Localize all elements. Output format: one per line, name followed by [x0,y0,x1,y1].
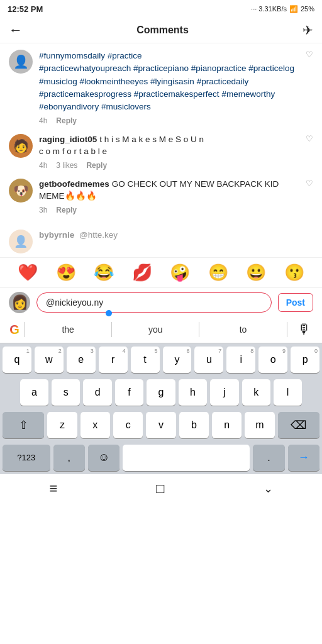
period-key[interactable]: . [253,445,284,471]
keyboard-suggestions: G the you to 🎙 [0,317,322,343]
suggestion-you[interactable]: you [112,325,199,335]
avatar: 🧑 [9,134,33,158]
comment-username: raging_idiot05 [39,135,97,144]
suggestion-the[interactable]: the [25,325,111,335]
comment-partial-text: @htte.key [79,230,118,240]
comments-area: 👤 #funnymomsdaily #practice #practicewha… [0,43,322,230]
key-x[interactable]: x [80,412,110,438]
emoji-bar: ❤️ 😍 😂 💋 🤪 😁 😀 😗 [0,257,322,287]
key-c[interactable]: c [113,412,143,438]
key-u[interactable]: u7 [194,347,223,373]
like-icon[interactable]: ♡ [306,50,313,59]
key-a[interactable]: a [20,379,48,406]
key-s[interactable]: s [52,379,80,406]
signal-icon: 📶 [289,5,298,13]
comment-meta: 4h 3 likes Reply [39,161,299,170]
delete-key[interactable]: ⌫ [278,412,319,438]
google-button[interactable]: G [5,320,24,339]
space-key[interactable] [123,445,250,471]
key-j[interactable]: j [210,379,238,406]
key-v[interactable]: v [146,412,175,438]
reply-button[interactable]: Reply [56,206,77,214]
comment-username: bybyrnie [39,230,74,240]
emoji-heart[interactable]: ❤️ [18,263,38,282]
key-k[interactable]: k [242,379,270,406]
reply-button[interactable]: Reply [86,161,107,170]
key-i[interactable]: i8 [226,347,255,373]
nav-back-icon[interactable]: ⌄ [264,482,273,496]
cursor-indicator [106,310,112,316]
comment-input[interactable] [36,292,272,313]
comment-content: getboofedmemesGO CHECK OUT MY NEW BACKPA… [39,179,299,214]
page-title: Comments [136,25,189,36]
nav-home-icon[interactable]: □ [156,480,164,497]
comment-meta: 3h Reply [39,206,299,214]
comma-key[interactable]: , [53,445,85,471]
avatar: 👤 [9,50,33,74]
avatar: 👤 [9,230,33,253]
google-icon: G [9,323,19,337]
key-z[interactable]: z [47,412,77,438]
like-icon[interactable]: ♡ [306,134,313,143]
reply-button[interactable]: Reply [56,116,77,125]
comment-row: 🐶 getboofedmemesGO CHECK OUT MY NEW BACK… [9,179,313,214]
key-y[interactable]: y6 [163,347,192,373]
shift-key[interactable]: ⇧ [3,412,44,438]
emoji-key[interactable]: ☺ [88,445,119,471]
hashtag-first-line: #funnymomsdaily #practice [39,51,142,60]
suggestion-to[interactable]: to [199,325,286,335]
comment-time: 3h [39,206,47,214]
enter-key[interactable]: → [288,445,319,471]
emoji-grin[interactable]: 😁 [208,263,228,282]
key-q[interactable]: q1 [3,347,31,373]
battery-level: 25% [301,5,314,13]
symbols-key[interactable]: ?123 [3,445,50,471]
comment-content: bybyrnie @htte.key [39,230,313,242]
key-m[interactable]: m [245,412,274,438]
emoji-lips[interactable]: 💋 [132,263,152,282]
keyboard-row-2: a s d f g h j k l [0,376,322,409]
key-l[interactable]: l [274,379,302,406]
status-time: 12:52 PM [8,4,43,14]
keyboard-row-3: ⇧ z x c v b n m ⌫ [0,409,322,441]
post-button[interactable]: Post [278,293,313,312]
key-g[interactable]: g [147,379,175,406]
hashtag-text-body: #practicewhatyoupreach #practicepiano #p… [39,64,294,111]
status-right: ··· 3.31KB/s 📶 25% [251,5,314,13]
comment-text: bybyrnie @htte.key [39,230,313,242]
comment-meta: 4h Reply [39,116,299,125]
key-n[interactable]: n [212,412,242,438]
key-o[interactable]: o9 [258,347,287,373]
key-f[interactable]: f [115,379,143,406]
key-d[interactable]: d [83,379,111,406]
comment-row: 👤 #funnymomsdaily #practice #practicewha… [9,50,313,125]
key-w[interactable]: w2 [35,347,64,373]
keyboard-row-4: ?123 , ☺ . → [0,441,322,474]
emoji-smile[interactable]: 😀 [246,263,266,282]
back-button[interactable]: ← [9,23,23,37]
emoji-laugh[interactable]: 😂 [94,263,114,282]
emoji-kiss[interactable]: 😗 [284,263,304,282]
key-e[interactable]: e3 [67,347,96,373]
comment-content: raging_idiot05t h i s M a k e s M e S o … [39,134,299,170]
key-h[interactable]: h [179,379,207,406]
comment-text: getboofedmemesGO CHECK OUT MY NEW BACKPA… [39,179,299,203]
key-p[interactable]: p0 [291,347,319,373]
emoji-heart-eyes[interactable]: 😍 [56,263,76,282]
keyboard-row-1: q1 w2 e3 r4 t5 y6 u7 i8 o9 p0 [0,343,322,376]
nav-menu-icon[interactable]: ≡ [49,480,57,497]
comment-time: 4h [39,161,47,170]
like-icon[interactable]: ♡ [306,179,313,188]
user-avatar: 👩 [9,292,30,313]
key-t[interactable]: t5 [131,347,160,373]
key-b[interactable]: b [179,412,209,438]
comment-text: #funnymomsdaily #practice #practicewhaty… [39,50,299,113]
send-icon[interactable]: ✈ [303,23,313,38]
key-r[interactable]: r4 [99,347,128,373]
comment-content: #funnymomsdaily #practice #practicewhaty… [39,50,299,125]
bottom-nav: ≡ □ ⌄ [0,474,322,503]
network-info: ··· 3.31KB/s [251,5,287,13]
emoji-wink[interactable]: 🤪 [170,263,190,282]
comment-row: 🧑 raging_idiot05t h i s M a k e s M e S … [9,134,313,170]
microphone-icon[interactable]: 🎙 [287,321,322,338]
